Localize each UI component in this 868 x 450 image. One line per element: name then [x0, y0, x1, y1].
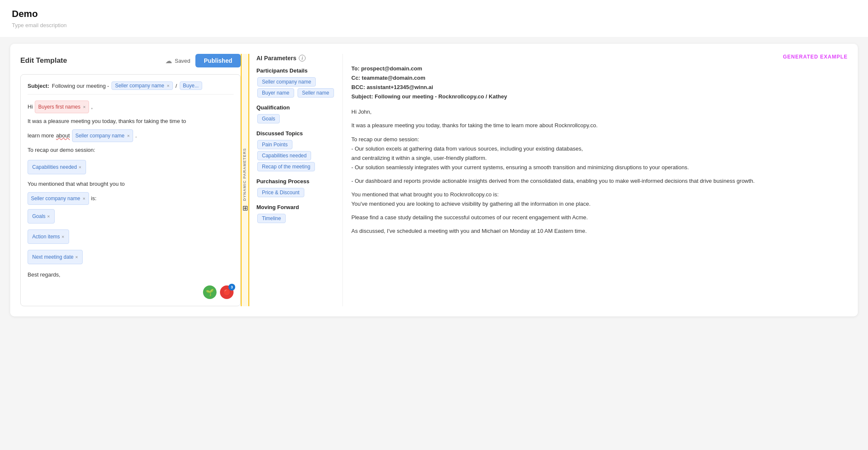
- participants-section: Participants Details Seller company name…: [256, 67, 336, 98]
- discussed-topics-section: Discussed Topics Pain Points Capabilitie…: [256, 130, 336, 172]
- line1-text: It was a pleasure meeting you today, tha…: [28, 116, 186, 127]
- remove-buyers-tag[interactable]: ×: [83, 102, 86, 112]
- badge-count: 3: [228, 284, 235, 291]
- recap-text: To recap our demo session:: [28, 145, 95, 156]
- hi-text: Hi: [28, 101, 33, 112]
- param-recap[interactable]: Recap of the meeting: [257, 162, 315, 171]
- remove-seller-tag3[interactable]: ×: [83, 194, 85, 203]
- page-title: Demo: [12, 8, 856, 20]
- moving-forward-title: Moving Forward: [256, 204, 336, 210]
- subject-label: Subject:: [28, 83, 49, 89]
- published-button[interactable]: Published: [195, 54, 241, 67]
- participants-title: Participants Details: [256, 67, 336, 74]
- param-buyer-name[interactable]: Buyer name: [257, 88, 294, 98]
- cc-value: teammate@domain.com: [362, 75, 426, 81]
- comma-text: ,: [91, 101, 93, 112]
- generated-line-4: You mentioned that what brought you to R…: [351, 190, 848, 209]
- capabilities-tag[interactable]: Capabilities needed ×: [28, 160, 86, 174]
- to-value: prospect@domain.com: [361, 65, 422, 72]
- template-editor: Subject: Following our meeting - Seller …: [20, 74, 241, 306]
- generated-email-body: Hi John, It was a pleasure meeting you t…: [351, 107, 848, 240]
- learn-more-line: learn more about Seller company name × .: [28, 129, 234, 142]
- qualification-title: Qualification: [256, 104, 336, 111]
- cloud-icon: ☁: [165, 57, 172, 65]
- dynamic-parameters-sidebar[interactable]: DYNAMIC PARAMETERS ⊞: [241, 54, 249, 306]
- header-actions: ☁ Saved Published: [165, 54, 241, 67]
- generated-example-header: GENERATED EXAMPLE: [351, 54, 848, 60]
- seller-is-line: Seller company name × is:: [28, 192, 234, 205]
- goals-tag[interactable]: Goals ×: [28, 209, 55, 224]
- panel-header: Edit Template ☁ Saved Published: [20, 54, 241, 67]
- generated-line-1: It was a pleasure meeting you today, tha…: [351, 121, 848, 130]
- email-meta: To: prospect@domain.com Cc: teammate@dom…: [351, 64, 848, 101]
- qualification-section: Qualification Goals: [256, 104, 336, 124]
- next-meeting-tag[interactable]: Next meeting date ×: [28, 250, 83, 264]
- learn-more-text: learn more: [28, 130, 54, 141]
- dynamic-icon: ⊞: [242, 204, 248, 212]
- next-meeting-line: Next meeting date ×: [28, 248, 234, 266]
- purchasing-title: Purchasing Process: [256, 178, 336, 184]
- generated-line-5: Please find a case study detailing the s…: [351, 213, 848, 222]
- badge-icon-button[interactable]: 🔴 3: [220, 285, 234, 299]
- generated-example-panel: GENERATED EXAMPLE To: prospect@domain.co…: [342, 54, 848, 306]
- bcc-value: assistant+12345@winn.ai: [367, 84, 433, 90]
- capabilities-line: Capabilities needed ×: [28, 158, 234, 176]
- param-seller-company[interactable]: Seller company name: [257, 77, 316, 87]
- action-items-tag[interactable]: Action items ×: [28, 229, 69, 244]
- param-capabilities[interactable]: Capabilities needed: [257, 151, 311, 160]
- regards-text: Best regards,: [28, 269, 60, 280]
- panel-title: Edit Template: [20, 56, 67, 65]
- ai-params-title: AI Parameters: [256, 55, 296, 61]
- purchasing-section: Purchasing Process Price & Discount: [256, 178, 336, 198]
- subject-text-before: Following our meeting -: [52, 83, 109, 89]
- param-price-discount[interactable]: Price & Discount: [257, 188, 304, 197]
- remove-action-items-tag[interactable]: ×: [61, 232, 64, 241]
- generated-line-2: To recap our demo session: - Our solutio…: [351, 135, 848, 172]
- subject-seller-tag[interactable]: Seller company name ×: [111, 81, 173, 90]
- subject-line: Subject: Following our meeting - Seller …: [28, 81, 234, 95]
- email-body-editor: Hi Buyers first names × , It was a pleas…: [28, 101, 234, 280]
- subject-buyer-tag[interactable]: Buye...: [180, 81, 202, 90]
- regards-line: Best regards,: [28, 269, 234, 280]
- recap-line: To recap our demo session:: [28, 145, 234, 156]
- pleasure-line: It was a pleasure meeting you today, tha…: [28, 116, 234, 127]
- greeting-line: Hi Buyers first names × ,: [28, 101, 234, 113]
- generated-line-6: As discussed, I've scheduled a meeting w…: [351, 226, 848, 236]
- remove-capabilities-tag[interactable]: ×: [78, 162, 81, 172]
- about-text: about: [56, 130, 70, 141]
- remove-goals-tag[interactable]: ×: [47, 212, 50, 221]
- subject-slash: /: [175, 83, 177, 89]
- saved-indicator: ☁ Saved: [165, 57, 190, 65]
- info-icon[interactable]: i: [299, 55, 306, 61]
- param-timeline[interactable]: Timeline: [257, 214, 286, 223]
- moving-forward-section: Moving Forward Timeline: [256, 204, 336, 224]
- subject-value: Following our meeting - Rocknrollcopy.co…: [375, 93, 507, 100]
- param-pain-points[interactable]: Pain Points: [257, 140, 292, 149]
- ai-params-header: AI Parameters i: [256, 54, 336, 61]
- param-goals[interactable]: Goals: [257, 114, 280, 123]
- generated-line-0: Hi John,: [351, 107, 848, 117]
- editor-footer: 🌱 🔴 3: [28, 285, 234, 299]
- ai-parameters-panel: AI Parameters i Participants Details Sel…: [249, 54, 342, 306]
- seller-company-tag2[interactable]: Seller company name ×: [28, 192, 89, 205]
- seller-company-tag[interactable]: Seller company name ×: [72, 129, 134, 142]
- remove-seller-tag[interactable]: ×: [167, 83, 169, 88]
- bcc-label: BCC:: [351, 84, 365, 90]
- you-mentioned-text: You mentioned that what brought you to: [28, 179, 125, 190]
- discussed-topics-title: Discussed Topics: [256, 130, 336, 137]
- green-icon-button[interactable]: 🌱: [203, 285, 217, 299]
- saved-label: Saved: [175, 58, 190, 64]
- period-text: .: [135, 130, 137, 141]
- action-items-line: Action items ×: [28, 228, 234, 246]
- dynamic-label: DYNAMIC PARAMETERS ⊞: [242, 148, 248, 212]
- generated-line-3: - Our dashboard and reports provide acti…: [351, 176, 848, 186]
- subject-label: Subject:: [351, 93, 373, 100]
- remove-seller-tag2[interactable]: ×: [127, 131, 130, 140]
- you-mentioned-line: You mentioned that what brought you to: [28, 179, 234, 190]
- buyers-firstname-tag[interactable]: Buyers first names ×: [35, 101, 89, 113]
- cc-label: Cc:: [351, 75, 360, 81]
- page-description: Type email description: [12, 22, 856, 34]
- to-label: To:: [351, 65, 359, 72]
- remove-next-meeting-tag[interactable]: ×: [75, 252, 78, 262]
- param-seller-name[interactable]: Seller name: [298, 88, 334, 98]
